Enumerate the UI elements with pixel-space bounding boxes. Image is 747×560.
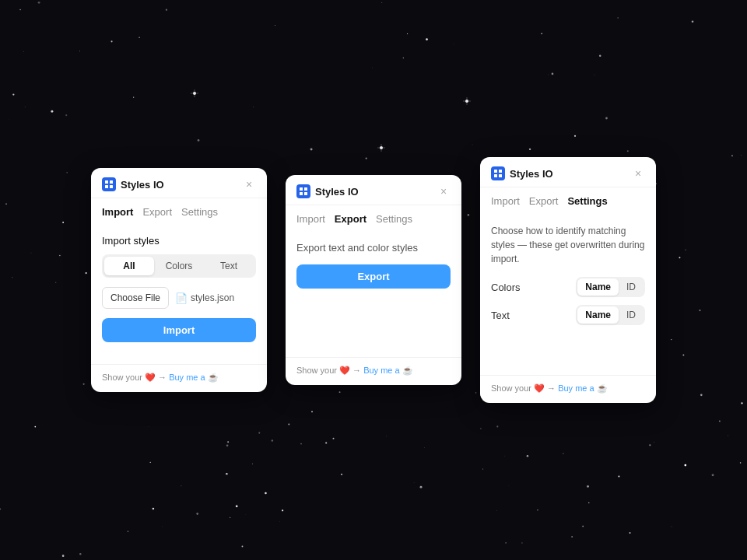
panel-nav-import: Import Export Settings [91, 198, 267, 224]
settings-spacer [491, 333, 645, 364]
panel-body-import: Import styles All Colors Text Choose Fil… [91, 224, 267, 364]
panel-body-export: Export text and color styles Export [286, 231, 461, 357]
toggle-text-id[interactable]: ID [619, 306, 644, 324]
toggle-colors-name[interactable]: Name [577, 278, 619, 296]
svg-rect-3 [110, 185, 113, 188]
svg-rect-11 [499, 174, 502, 177]
choose-file-button[interactable]: Choose File [102, 287, 169, 309]
import-panel: Styles IO × Import Export Settings Impor… [91, 168, 267, 392]
toggle-group-colors: Name ID [576, 277, 645, 297]
close-button[interactable]: × [437, 184, 451, 198]
file-row: Choose File 📄 styles.json [102, 287, 256, 309]
panel-header-import: Styles IO × [91, 168, 267, 198]
export-description: Export text and color styles [296, 242, 451, 254]
tab-group: All Colors Text [102, 254, 256, 278]
nav-settings[interactable]: Settings [376, 213, 412, 231]
svg-rect-9 [499, 170, 502, 173]
footer-import: Show your ❤️ → Buy me a ☕ [91, 364, 267, 392]
title-group: Styles IO [491, 166, 553, 180]
import-button[interactable]: Import [102, 318, 256, 342]
title-group: Styles IO [102, 177, 164, 191]
nav-settings[interactable]: Settings [567, 195, 607, 213]
section-title: Import styles [102, 235, 256, 247]
panel-nav-settings: Import Export Settings [480, 187, 656, 213]
nav-export[interactable]: Export [335, 213, 366, 231]
close-button[interactable]: × [242, 177, 256, 191]
nav-export[interactable]: Export [529, 195, 559, 213]
settings-row-colors: Colors Name ID [491, 277, 645, 297]
settings-label-text: Text [491, 310, 510, 321]
panel-title: Styles IO [510, 168, 553, 180]
svg-rect-8 [494, 170, 497, 173]
tab-text[interactable]: Text [204, 257, 254, 275]
svg-rect-0 [105, 180, 108, 184]
svg-rect-2 [105, 185, 108, 188]
app-icon [102, 177, 116, 191]
buy-coffee-link[interactable]: Buy me a ☕ [363, 366, 413, 375]
panel-title: Styles IO [121, 179, 164, 191]
settings-panel: Styles IO × Import Export Settings Choos… [480, 157, 656, 403]
buy-coffee-link[interactable]: Buy me a ☕ [169, 373, 219, 382]
nav-export[interactable]: Export [142, 206, 172, 224]
file-icon: 📄 [175, 292, 188, 304]
toggle-colors-id[interactable]: ID [619, 278, 644, 296]
toggle-text-name[interactable]: Name [577, 306, 619, 324]
settings-label-colors: Colors [491, 282, 521, 293]
footer-export: Show your ❤️ → Buy me a ☕ [286, 357, 461, 385]
nav-import[interactable]: Import [491, 195, 520, 213]
app-icon [296, 184, 310, 198]
export-spacer [296, 299, 451, 346]
toggle-group-text: Name ID [576, 305, 645, 325]
file-name: 📄 styles.json [175, 292, 234, 304]
panel-title: Styles IO [315, 186, 359, 198]
panel-body-settings: Choose how to identify matching styles —… [480, 213, 656, 375]
footer-settings: Show your ❤️ → Buy me a ☕ [480, 375, 656, 403]
svg-rect-6 [300, 192, 303, 195]
app-icon [491, 166, 505, 180]
svg-rect-7 [304, 192, 307, 195]
settings-description: Choose how to identify matching styles —… [491, 224, 645, 266]
buy-coffee-link[interactable]: Buy me a ☕ [558, 383, 608, 393]
svg-rect-10 [494, 174, 497, 177]
svg-rect-1 [110, 180, 113, 184]
nav-settings[interactable]: Settings [181, 206, 218, 224]
export-panel: Styles IO × Import Export Settings Expor… [286, 175, 461, 385]
svg-rect-4 [300, 187, 303, 191]
tab-all[interactable]: All [104, 257, 154, 275]
nav-import[interactable]: Import [296, 213, 325, 231]
settings-row-text: Text Name ID [491, 305, 645, 325]
tab-colors[interactable]: Colors [154, 257, 204, 275]
panel-nav-export: Import Export Settings [286, 205, 461, 231]
export-button[interactable]: Export [296, 264, 451, 289]
close-button[interactable]: × [631, 166, 645, 180]
panel-header-settings: Styles IO × [480, 157, 656, 187]
panel-header-export: Styles IO × [286, 175, 461, 205]
title-group: Styles IO [296, 184, 359, 198]
svg-rect-5 [304, 187, 307, 191]
nav-import[interactable]: Import [102, 206, 133, 224]
panels-container: Styles IO × Import Export Settings Impor… [91, 157, 656, 403]
